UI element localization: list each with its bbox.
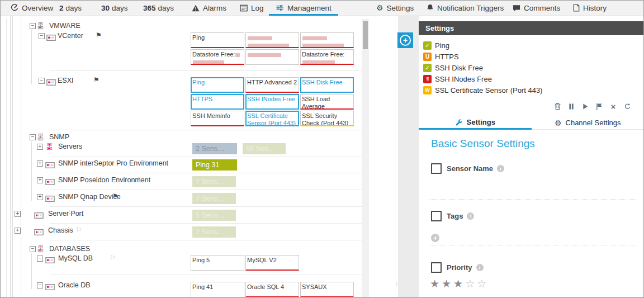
sensor-box[interactable]: SSH Disk Free	[300, 77, 354, 93]
sensor-box[interactable]: SSL Security Check (Port 443)	[300, 111, 354, 126]
priority-stars[interactable]: ★★★☆☆	[430, 277, 489, 290]
star-icon[interactable]: ★	[442, 278, 453, 290]
flag-icon[interactable]: ⚐	[68, 210, 74, 216]
expander-icon[interactable]: −	[37, 282, 43, 288]
tree-item-snmp-interseptor[interactable]: SNMP interSeptor Pro Environment	[58, 159, 168, 167]
tab-channel-settings[interactable]: ⚙Channel Settings	[532, 116, 644, 130]
expander-icon[interactable]: +	[37, 160, 43, 167]
sensor-count-badge[interactable]: 7 Sens…	[192, 176, 236, 187]
flag-icon[interactable]: ⚐	[110, 254, 116, 261]
expander-icon[interactable]: +	[37, 194, 43, 200]
nav-notification-triggers[interactable]: Notification Triggers	[427, 1, 504, 15]
flag-icon[interactable]: ⚐	[142, 159, 148, 166]
priority-checkbox[interactable]	[431, 262, 442, 273]
panel-gutter	[398, 16, 419, 297]
flag-icon[interactable]: ⚐	[76, 226, 82, 233]
sensor-box[interactable]: Ping	[191, 77, 244, 93]
sensor-box[interactable]: SSL Certificate Sensor (Port 443)	[245, 111, 299, 126]
sensor-name-checkbox[interactable]	[431, 163, 442, 174]
flag-icon[interactable]: ⚐	[137, 176, 143, 183]
add-tag-button[interactable]: +	[431, 234, 439, 242]
nav-history[interactable]: History	[573, 1, 607, 15]
star-icon[interactable]: ☆	[477, 278, 489, 290]
sensor-box[interactable]: Ping 41	[191, 282, 244, 297]
expander-icon[interactable]: +	[15, 228, 21, 234]
resume-button[interactable]	[581, 102, 590, 111]
sensor-box[interactable]	[300, 32, 354, 48]
nav-log[interactable]: Log	[240, 1, 264, 15]
tree-item-vcenter[interactable]: VCenter	[58, 32, 83, 40]
tags-checkbox[interactable]	[431, 211, 442, 221]
tree-item-esxi[interactable]: ESXI	[58, 77, 74, 84]
sensor-box[interactable]: Ping	[191, 32, 244, 48]
device-icon	[46, 33, 56, 43]
tree-scrollbar-thumb[interactable]	[363, 21, 368, 49]
wrench-icon	[455, 119, 463, 126]
expander-icon[interactable]: −	[30, 246, 36, 252]
tree-item-vmware[interactable]: VMWARE	[49, 22, 80, 30]
tree-item-servers[interactable]: Servers	[58, 143, 82, 150]
sensor-count-badge[interactable]: 68 Sen…	[243, 143, 286, 154]
nav-30-days[interactable]: 30days	[101, 1, 128, 15]
sensor-box[interactable]: MySQL V2	[245, 255, 299, 271]
star-icon[interactable]: ☆	[465, 278, 477, 290]
nav-overview[interactable]: Overview	[11, 1, 53, 15]
tree-scrollbar[interactable]	[362, 19, 369, 297]
refresh-button[interactable]	[623, 102, 632, 111]
sensor-box[interactable]: HTTPS	[191, 94, 244, 110]
tags-label: Tags	[447, 212, 463, 220]
add-sensor-button[interactable]: +	[397, 32, 413, 48]
info-icon[interactable]: i	[497, 165, 504, 172]
sensor-box[interactable]	[245, 32, 299, 48]
tree-item-snmp-qnap[interactable]: SNMP Qnap Device	[58, 193, 121, 201]
expander-icon[interactable]: −	[30, 134, 36, 140]
expander-icon[interactable]: +	[15, 211, 21, 217]
info-icon[interactable]: i	[476, 264, 484, 271]
tree-item-server-port[interactable]: Server Port	[48, 210, 83, 217]
flag-icon[interactable]: ⚑	[112, 193, 119, 200]
sensor-box[interactable]	[245, 49, 299, 65]
tree-item-databases[interactable]: DATABASES	[49, 245, 90, 253]
nav-365-days[interactable]: 365days	[143, 1, 174, 15]
sensor-box[interactable]: SYSAUX	[300, 282, 354, 297]
nav-management[interactable]: Management	[276, 1, 332, 15]
sensor-count-badge[interactable]: 7 Sens…	[192, 193, 236, 204]
info-icon[interactable]: i	[467, 212, 474, 220]
sensor-box[interactable]: SSH Meminfo	[191, 111, 244, 126]
redacted-text	[302, 60, 335, 64]
delete-button[interactable]	[553, 102, 562, 111]
tree-item-snmp[interactable]: SNMP	[49, 133, 69, 141]
tab-settings[interactable]: Settings	[419, 116, 532, 130]
sensor-box[interactable]: SSH INodes Free	[245, 94, 299, 110]
tree-item-mysql-db[interactable]: MySQL DB	[58, 254, 93, 262]
sensor-count-badge[interactable]: 2 Sens…	[192, 226, 236, 238]
expander-icon[interactable]: −	[39, 33, 45, 39]
expander-icon[interactable]: −	[30, 23, 36, 29]
tree-item-chassis[interactable]: Chassis	[48, 226, 73, 234]
pause-button[interactable]	[567, 102, 576, 111]
sensor-box[interactable]: Datastore Free:	[300, 49, 354, 65]
star-icon[interactable]: ★	[430, 278, 442, 290]
nav-alarms[interactable]: Alarms	[192, 1, 226, 15]
sensor-count-badge[interactable]: 2 Sens…	[192, 143, 237, 154]
expander-icon[interactable]: −	[39, 78, 45, 84]
sensor-count-badge[interactable]: Ping 31	[192, 159, 237, 171]
nav-2-days[interactable]: 2days	[59, 1, 82, 15]
sensor-box[interactable]: HTTP Advanced 2	[245, 77, 299, 93]
expander-icon[interactable]: −	[37, 256, 43, 262]
flag-icon[interactable]: ⚑	[96, 32, 102, 39]
nav-comments[interactable]: Comments	[513, 1, 560, 15]
sensor-count-badge[interactable]: 5 Sens…	[192, 210, 236, 221]
flag-button[interactable]	[595, 102, 604, 111]
sensor-box[interactable]: Datastore Free:	[191, 49, 244, 65]
close-button[interactable]: ×	[609, 102, 618, 111]
sensor-box[interactable]: SSH Load Average	[300, 94, 354, 110]
sensor-box[interactable]: Oracle SQL 4	[245, 282, 299, 297]
expander-icon[interactable]: +	[37, 177, 43, 183]
sensor-box[interactable]: Ping 5	[191, 255, 244, 271]
flag-icon[interactable]: ⚑	[93, 77, 100, 83]
nav-settings[interactable]: ⚙Settings	[376, 1, 414, 15]
star-icon[interactable]: ★	[453, 278, 465, 290]
tree-item-oracle-db[interactable]: Oracle DB	[58, 281, 91, 289]
expander-icon[interactable]: +	[37, 144, 43, 150]
